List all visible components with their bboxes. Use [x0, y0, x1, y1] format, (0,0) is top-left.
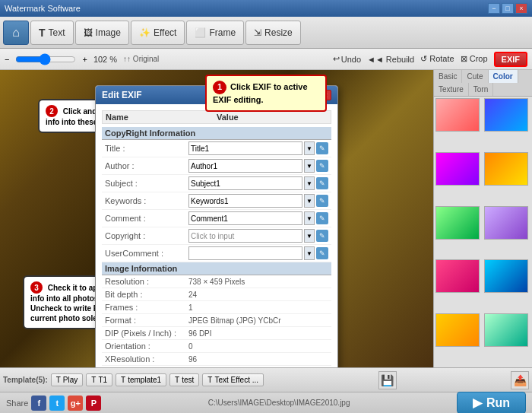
tab-color[interactable]: Color: [489, 70, 518, 83]
copyright-input[interactable]: [188, 229, 302, 243]
subject-input[interactable]: [188, 176, 302, 190]
facebook-share[interactable]: f: [31, 396, 46, 411]
tab-texture[interactable]: Texture: [434, 83, 469, 96]
effect-icon: ✨: [139, 27, 150, 38]
template-template1-label: template1: [128, 376, 161, 384]
zoom-level: 102 %: [93, 55, 117, 64]
minimize-button[interactable]: −: [488, 3, 500, 14]
twitter-share[interactable]: t: [49, 396, 65, 411]
usercomment-input[interactable]: [188, 246, 302, 260]
field-input-wrap-subject: ▼ ✎: [188, 176, 328, 190]
run-label: Run: [486, 396, 510, 410]
template-text-effect[interactable]: T Text Effect ...: [202, 373, 264, 386]
template-play[interactable]: T Play: [51, 373, 84, 386]
zoom-in-icon[interactable]: +: [82, 55, 87, 64]
list-item[interactable]: [484, 313, 528, 347]
resize-button[interactable]: ⇲ Resize: [245, 21, 301, 45]
template-t1[interactable]: T T1: [86, 373, 112, 386]
table-row: Frames : 1: [102, 301, 331, 314]
field-input-wrap-author: ▼ ✎: [188, 159, 328, 173]
keywords-input[interactable]: [188, 194, 302, 208]
table-row: Resolution : 738 × 459 Pixels: [102, 275, 331, 288]
usercomment-edit-icon[interactable]: ✎: [316, 247, 328, 259]
template-template1[interactable]: T template1: [116, 373, 166, 386]
zoom-slider[interactable]: [15, 56, 76, 62]
list-item[interactable]: [435, 313, 480, 347]
exif-button[interactable]: EXIF: [494, 52, 527, 67]
field-label-copyright: Copyright :: [105, 231, 188, 240]
save-template-button[interactable]: 💾: [378, 371, 397, 389]
image-section-header: Image Information: [102, 262, 331, 275]
template-t1-label: T1: [98, 376, 107, 384]
table-row: Keywords : ▼ ✎: [102, 192, 331, 210]
close-button[interactable]: ×: [515, 3, 527, 14]
template-texteffect-icon: T: [207, 376, 212, 384]
home-button[interactable]: ⌂: [3, 21, 29, 45]
comment-input[interactable]: [188, 211, 302, 225]
author-input[interactable]: [188, 159, 302, 173]
share-section: Share f t g+ P: [6, 396, 101, 411]
maximize-button[interactable]: □: [502, 3, 514, 14]
field-label-xresolution: XResolution :: [105, 354, 188, 364]
list-item[interactable]: [435, 98, 480, 132]
keywords-edit-icon[interactable]: ✎: [316, 195, 328, 207]
undo-button[interactable]: ↩ Undo: [333, 54, 361, 64]
text-label: Text: [49, 27, 65, 38]
list-item[interactable]: [484, 259, 528, 293]
title-edit-icon[interactable]: ✎: [316, 142, 328, 154]
copyright-edit-icon[interactable]: ✎: [316, 230, 328, 242]
crop-button[interactable]: ⊠ Crop: [461, 54, 488, 64]
table-row: Bit depth : 24: [102, 288, 331, 301]
rotate-label: ↺ Rotate: [420, 54, 454, 64]
usercomment-dropdown[interactable]: ▼: [304, 246, 315, 260]
subject-edit-icon[interactable]: ✎: [316, 177, 328, 189]
template-bar: Template(5): T Play T T1 T template1 T t…: [0, 367, 532, 392]
template-test-label: test: [182, 376, 194, 384]
undo-icon: ↩: [333, 54, 340, 64]
field-label-comment: Comment :: [105, 214, 188, 223]
title-dropdown[interactable]: ▼: [304, 141, 315, 155]
pinterest-share[interactable]: P: [86, 396, 101, 411]
rebuild-button[interactable]: ◄◄ Rebuild: [367, 55, 414, 64]
zoom-out-icon[interactable]: −: [5, 55, 9, 64]
share-label: Share: [6, 399, 28, 408]
tab-cute[interactable]: Cute: [462, 70, 488, 83]
run-button[interactable]: ▶ Run: [457, 392, 526, 413]
dialog-body: Name Value CopyRight Information Title :…: [96, 104, 337, 367]
list-item[interactable]: [435, 152, 480, 186]
table-row: UserComment : ▼ ✎: [102, 245, 331, 262]
dialog-overlay: Edit EXIF × Name Value CopyRight Informa…: [0, 70, 433, 367]
comment-edit-icon[interactable]: ✎: [316, 212, 328, 224]
image-button[interactable]: 🖼 Image: [75, 21, 129, 45]
tab-basic[interactable]: Basic: [434, 70, 462, 83]
template-t1-icon: T: [91, 376, 96, 384]
tab-torn[interactable]: Torn: [469, 83, 493, 96]
list-item[interactable]: [435, 259, 480, 293]
table-row: Comment : ▼ ✎: [102, 210, 331, 227]
effect-button[interactable]: ✨ Effect: [131, 21, 185, 45]
rotate-button[interactable]: ↺ Rotate: [420, 54, 454, 64]
field-input-wrap-title: ▼ ✎: [188, 141, 328, 155]
table-row: Copyright : ▼ ✎: [102, 227, 331, 245]
subject-dropdown[interactable]: ▼: [304, 176, 315, 190]
list-item[interactable]: [484, 152, 528, 186]
list-item[interactable]: [484, 98, 528, 132]
file-path: C:\Users\IMAGE\Desktop\IMAGE2010.jpg: [101, 399, 457, 407]
table-row: Orientation : 0: [102, 340, 331, 353]
frame-button[interactable]: ⬜ Frame: [186, 21, 244, 45]
field-input-wrap-usercomment: ▼ ✎: [188, 246, 328, 260]
copyright-dropdown[interactable]: ▼: [304, 229, 315, 243]
template-test[interactable]: T test: [169, 373, 199, 386]
googleplus-share[interactable]: g+: [68, 396, 83, 411]
field-label-subject: Subject :: [105, 179, 188, 188]
text-button[interactable]: T Text: [30, 21, 74, 45]
list-item[interactable]: [435, 206, 480, 240]
author-edit-icon[interactable]: ✎: [316, 160, 328, 172]
title-input[interactable]: [188, 141, 302, 155]
col-value: Value: [217, 113, 328, 122]
comment-dropdown[interactable]: ▼: [304, 211, 315, 225]
export-button[interactable]: 📤: [511, 371, 529, 389]
list-item[interactable]: [484, 206, 528, 240]
author-dropdown[interactable]: ▼: [304, 159, 315, 173]
keywords-dropdown[interactable]: ▼: [304, 194, 315, 208]
